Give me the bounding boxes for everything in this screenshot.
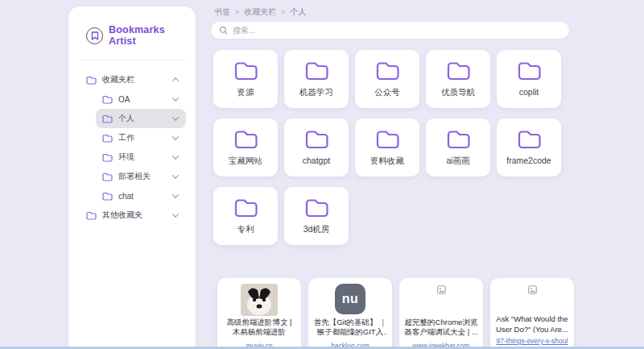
folder-icon — [102, 172, 113, 181]
search-icon — [219, 26, 228, 35]
folder-card-materials[interactable]: 资料收藏 — [355, 118, 419, 177]
favicon-placeholder-icon — [528, 285, 537, 294]
sidebar-item-label: 部署相关 — [118, 171, 167, 182]
bookmark-card-muyiy[interactable]: 高级前端进阶博文 | 木易杨前端进阶 muyiy.cn — [217, 278, 301, 349]
folder-icon — [517, 128, 542, 150]
folder-label: chatgpt — [303, 156, 330, 165]
folder-card-quality-nav[interactable]: 优质导航 — [426, 50, 490, 108]
chevron-down-icon[interactable] — [172, 94, 179, 101]
folder-card-machine-learning[interactable]: 机器学习 — [284, 50, 349, 108]
folder-icon — [233, 60, 258, 81]
folder-icon — [102, 114, 113, 123]
chevron-down-icon[interactable] — [172, 152, 179, 159]
chevron-down-icon[interactable] — [172, 210, 179, 217]
app-title: Bookmarks Artist — [109, 24, 184, 47]
bookmark-title: 高级前端进阶博文 | 木易杨前端进阶 — [222, 318, 296, 338]
bookmark-title: 首先【Git的基础】 ｜ 猴子都能懂的GIT入门|.. — [313, 318, 387, 338]
sidebar-item-personal[interactable]: 个人 — [96, 109, 186, 128]
sidebar-item-deployment[interactable]: 部署相关 — [96, 167, 186, 186]
folder-icon — [304, 197, 329, 218]
sidebar-item-label: 工作 — [118, 132, 167, 143]
folder-icon — [375, 128, 400, 150]
breadcrumb-item-bookmarks-bar[interactable]: 收藏夹栏 — [244, 6, 276, 18]
folder-card-chatgpt[interactable]: chatgpt — [284, 118, 349, 177]
chevron-down-icon[interactable] — [172, 133, 179, 139]
folder-card-3d-room[interactable]: 3d机房 — [284, 187, 349, 245]
nulab-logo: nu — [335, 284, 365, 314]
sidebar-item-label: 个人 — [118, 113, 167, 124]
folder-icon — [102, 134, 113, 143]
folder-card-ai-art[interactable]: ai画画 — [426, 118, 490, 177]
sidebar-item-label: OA — [118, 95, 167, 104]
bookmark-cards: 高级前端进阶博文 | 木易杨前端进阶 muyiy.cn nu 首先【Git的基础… — [217, 278, 574, 349]
chevron-down-icon[interactable] — [172, 172, 179, 178]
bookmark-card-igeekbar[interactable]: 超完整的Chrome浏览器客户端调试大全 | ... www.igeekbar.… — [399, 278, 483, 349]
sidebar-item-label: 收藏夹栏 — [102, 74, 167, 85]
folder-card-coplit[interactable]: coplit — [497, 50, 561, 108]
sidebar-item-environment[interactable]: 环境 — [96, 147, 186, 167]
dog-photo — [241, 284, 278, 316]
folder-icon — [102, 95, 113, 104]
bookmark-card-backlog[interactable]: nu 首先【Git的基础】 ｜ 猴子都能懂的GIT入门|.. backlog.c… — [308, 278, 392, 349]
breadcrumb-separator: > — [281, 8, 285, 16]
folder-icon — [86, 211, 97, 220]
folder-label: ai画画 — [446, 156, 469, 167]
sidebar-item-work[interactable]: 工作 — [96, 128, 186, 147]
chevron-up-icon[interactable] — [172, 77, 179, 84]
chevron-down-icon[interactable] — [172, 114, 179, 120]
search-input[interactable] — [233, 26, 561, 35]
breadcrumb-separator: > — [235, 8, 239, 16]
sidebar-item-label: 环境 — [118, 152, 167, 163]
folder-icon — [446, 60, 471, 81]
breadcrumb-item-personal[interactable]: 个人 — [291, 6, 307, 18]
folder-card-patents[interactable]: 专利 — [213, 187, 278, 245]
breadcrumb: 书签 > 收藏夹栏 > 个人 — [214, 6, 307, 18]
app-logo: Bookmarks Artist — [80, 18, 186, 60]
folder-label: frame2code — [506, 156, 551, 165]
folder-card-frame2code[interactable]: frame2code — [497, 118, 561, 177]
folder-icon — [517, 60, 542, 81]
folder-label: coplit — [519, 87, 539, 97]
folder-icon — [304, 60, 329, 81]
folder-card-treasure-sites[interactable]: 宝藏网站 — [213, 118, 278, 177]
sidebar: Bookmarks Artist 收藏夹栏 OA 个人 工作 环境 — [68, 6, 196, 349]
search-bar[interactable] — [211, 22, 569, 39]
folder-label: 资料收藏 — [370, 156, 404, 167]
favicon-placeholder-icon — [437, 285, 446, 294]
bookmark-title: Ask "What Would the User Do?" (You Are..… — [495, 314, 569, 333]
folder-icon — [102, 153, 113, 162]
breadcrumb-item-bookmarks[interactable]: 书签 — [214, 6, 230, 18]
sidebar-item-label: chat — [118, 192, 167, 201]
folder-label: 资源 — [237, 87, 254, 98]
bookmark-title: 超完整的Chrome浏览器客户端调试大全 | ... — [404, 318, 478, 338]
bookmark-logo-icon — [86, 27, 103, 44]
folder-card-ziyuan[interactable]: 资源 — [213, 50, 278, 108]
folder-card-gongzhonghao[interactable]: 公众号 — [355, 50, 419, 108]
sidebar-item-oa[interactable]: OA — [96, 89, 186, 109]
folder-icon — [102, 192, 113, 201]
folder-icon — [304, 128, 329, 150]
folder-label: 3d机房 — [303, 224, 330, 235]
chevron-down-icon[interactable] — [172, 191, 179, 197]
folder-icon — [233, 128, 258, 150]
folder-icon — [375, 60, 400, 81]
sidebar-item-label: 其他收藏夹 — [102, 210, 167, 221]
folder-icon — [446, 128, 471, 150]
folder-icon — [86, 76, 97, 85]
sidebar-nav: 收藏夹栏 OA 个人 工作 环境 部署相关 — [80, 70, 186, 225]
sidebar-item-chat[interactable]: chat — [96, 186, 186, 206]
folder-label: 宝藏网站 — [229, 156, 262, 167]
folder-grid: 资源 机器学习 公众号 优质导航 coplit 宝藏网站 chatgpt 资料收… — [213, 50, 561, 245]
sidebar-item-bookmarks-bar[interactable]: 收藏夹栏 — [80, 70, 186, 89]
bookmark-card-gitbooks[interactable]: Ask "What Would the User Do?" (You Are..… — [490, 278, 574, 349]
folder-label: 公众号 — [374, 87, 400, 98]
folder-label: 专利 — [237, 224, 254, 235]
sidebar-item-other-bookmarks[interactable]: 其他收藏夹 — [80, 206, 186, 225]
folder-label: 机器学习 — [299, 87, 333, 98]
folder-icon — [233, 197, 258, 218]
folder-label: 优质导航 — [441, 87, 475, 98]
